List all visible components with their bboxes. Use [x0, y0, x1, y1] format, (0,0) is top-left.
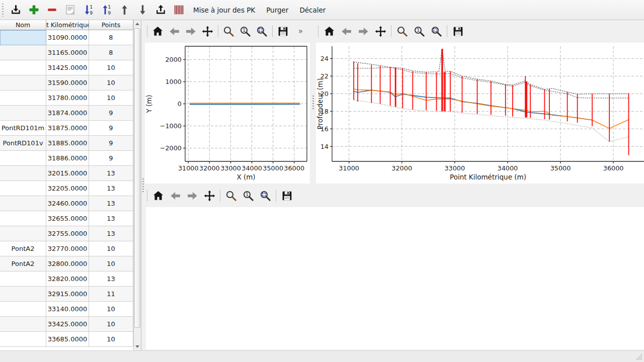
table-cell[interactable]: 32655.0000 [46, 211, 89, 226]
zoom-fit-button[interactable] [429, 24, 443, 38]
table-cell[interactable]: 10 [89, 75, 133, 90]
table-cell[interactable]: 31875.0000 [46, 121, 89, 136]
table-cell[interactable]: 31425.0000 [46, 60, 89, 75]
export-button[interactable] [152, 2, 169, 19]
table-cell[interactable]: 13 [89, 272, 133, 287]
zoom-region-button[interactable]: 1 [412, 24, 426, 38]
table-cell[interactable]: PontA2 [0, 241, 46, 256]
move-up-button[interactable] [116, 2, 133, 19]
home-button[interactable] [151, 189, 165, 203]
column-header[interactable]: t Kilométrique [46, 20, 89, 30]
zoom-fit-button[interactable] [258, 189, 272, 203]
remove-button[interactable] [43, 2, 60, 19]
table-scrollbar[interactable] [133, 20, 141, 350]
table-cell[interactable]: 33140.0000 [46, 302, 89, 317]
table-cell[interactable]: 31780.0000 [46, 90, 89, 106]
zoom-fit-button[interactable] [255, 24, 269, 38]
table-cell[interactable]: 10 [89, 256, 133, 272]
table-cell[interactable]: 31090.0000 [46, 30, 89, 45]
table-cell[interactable] [0, 272, 46, 287]
save-button[interactable] [276, 24, 290, 38]
plots-splitter-handle[interactable] [310, 20, 316, 185]
table-cell[interactable]: 8 [89, 45, 133, 60]
home-button[interactable] [322, 24, 336, 38]
notes-button[interactable] [61, 2, 78, 19]
table-cell[interactable]: 13 [89, 211, 133, 226]
column-header[interactable]: Points [89, 20, 133, 30]
pan-button[interactable] [202, 189, 216, 203]
table-cell[interactable]: 13 [89, 166, 133, 181]
zoom-button[interactable] [224, 189, 238, 203]
table-cell[interactable]: 33685.0000 [46, 332, 89, 347]
table-cell[interactable]: 31885.0000 [46, 136, 89, 151]
table-cell[interactable]: 10 [89, 60, 133, 75]
table-cell[interactable]: 33425.0000 [46, 317, 89, 332]
table-cell[interactable] [0, 60, 46, 75]
table-body[interactable]: 31090.0000831165.0000831425.00001031590.… [0, 30, 133, 350]
table-cell[interactable] [0, 181, 46, 196]
table-cell[interactable]: PontRD101v [0, 136, 46, 151]
scroll-up-button[interactable] [134, 20, 141, 28]
table-cell[interactable] [0, 211, 46, 226]
scrollbar-thumb[interactable] [134, 28, 140, 328]
table-cell[interactable]: PontA2 [0, 256, 46, 272]
profile-plot-canvas[interactable]: 3100032000330003400035000360001416182022… [316, 43, 644, 184]
table-cell[interactable] [0, 166, 46, 181]
table-cell[interactable]: 9 [89, 151, 133, 166]
import-button[interactable] [7, 2, 24, 19]
pan-button[interactable] [373, 24, 387, 38]
table-cell[interactable]: 32755.0000 [46, 226, 89, 241]
xy-plot-canvas[interactable]: 310003200033000340003500036000−2000−1000… [145, 43, 310, 184]
zoom-button[interactable] [222, 24, 235, 38]
table-cell[interactable]: 13 [89, 196, 133, 211]
toolbar-drag-handle[interactable] [2, 4, 4, 17]
table-cell[interactable] [0, 90, 46, 106]
table-cell[interactable]: 10 [89, 332, 133, 347]
zoom-region-button[interactable]: 1 [241, 189, 255, 203]
main-splitter-handle[interactable] [141, 20, 145, 350]
forward-button[interactable] [184, 24, 198, 38]
table-cell[interactable]: 32205.0000 [46, 181, 89, 196]
column-header[interactable]: Nom [0, 20, 46, 30]
purge-button[interactable]: Purger [261, 3, 293, 18]
table-cell[interactable] [0, 45, 46, 60]
empty-plot-canvas[interactable] [146, 207, 644, 349]
table-cell[interactable]: 32770.0000 [46, 241, 89, 256]
table-cell[interactable]: 13 [89, 181, 133, 196]
move-down-button[interactable] [134, 2, 151, 19]
table-cell[interactable] [0, 30, 46, 45]
back-button[interactable] [339, 24, 353, 38]
table-cell[interactable] [0, 302, 46, 317]
zoom-region-button[interactable]: 1 [238, 24, 252, 38]
table-cell[interactable]: 32800.0000 [46, 256, 89, 272]
table-cell[interactable] [0, 75, 46, 90]
table-cell[interactable]: 31165.0000 [46, 45, 89, 60]
profiles-button[interactable] [170, 2, 187, 19]
table-cell[interactable] [0, 151, 46, 166]
sort-descending-button[interactable]: 19 [98, 2, 115, 19]
table-cell[interactable]: 31886.0000 [46, 151, 89, 166]
table-cell[interactable]: 10 [89, 90, 133, 106]
zoom-button[interactable] [395, 24, 409, 38]
save-button[interactable] [280, 189, 294, 203]
sort-ascending-button[interactable]: 19 [79, 2, 97, 19]
update-pk-button[interactable]: Mise à jour des PK [188, 3, 260, 18]
table-cell[interactable]: 10 [89, 302, 133, 317]
forward-button[interactable] [185, 189, 199, 203]
table-cell[interactable]: 9 [89, 106, 133, 121]
table-cell[interactable]: 32015.0000 [46, 166, 89, 181]
resize-grip[interactable] [636, 354, 642, 360]
pan-button[interactable] [201, 24, 214, 38]
back-button[interactable] [168, 24, 181, 38]
table-cell[interactable] [0, 332, 46, 347]
toolbar-overflow-button[interactable]: » [291, 27, 310, 36]
table-cell[interactable] [0, 226, 46, 241]
table-cell[interactable]: 31874.0000 [46, 106, 89, 121]
scroll-down-button[interactable] [134, 343, 141, 350]
table-cell[interactable]: 32460.0000 [46, 196, 89, 211]
table-cell[interactable]: 32915.0000 [46, 287, 89, 302]
shift-button[interactable]: Décaler [294, 3, 331, 18]
table-cell[interactable] [0, 287, 46, 302]
save-button[interactable] [451, 24, 465, 38]
add-button[interactable] [25, 2, 42, 19]
